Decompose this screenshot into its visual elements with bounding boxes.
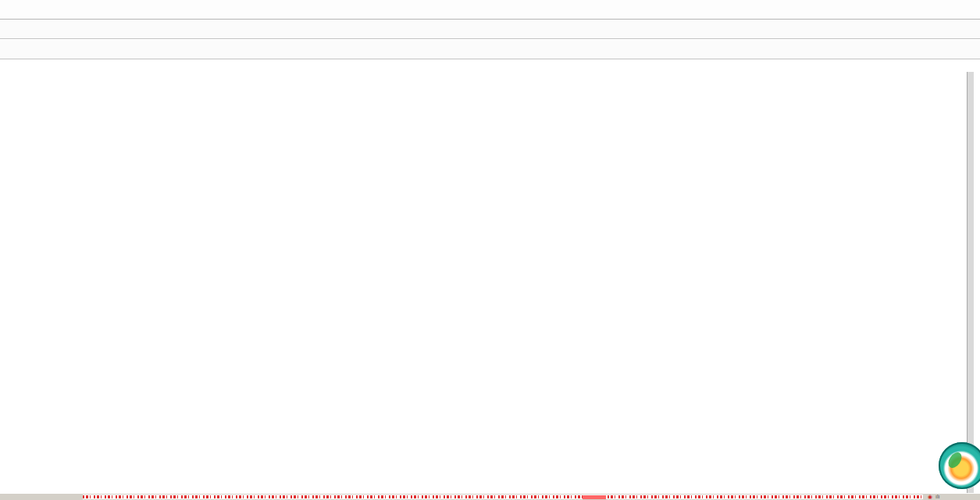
app-window: ◉ ılı <box>0 0 980 500</box>
kline-chart[interactable] <box>0 0 980 500</box>
main-toolbar <box>0 20 980 39</box>
ticker-highlight <box>583 495 606 499</box>
drawing-toolbar <box>0 40 980 59</box>
winner-logo[interactable] <box>939 442 980 489</box>
menubar <box>0 0 980 20</box>
news-ticker-bar[interactable]: ◉ ılı <box>0 494 980 500</box>
chart-right-scrollbar[interactable] <box>967 72 974 493</box>
ticker-status-icon: ◉ <box>928 494 932 500</box>
ticker-signal-icon: ılı <box>935 494 939 500</box>
ticker-text-area <box>83 495 923 499</box>
